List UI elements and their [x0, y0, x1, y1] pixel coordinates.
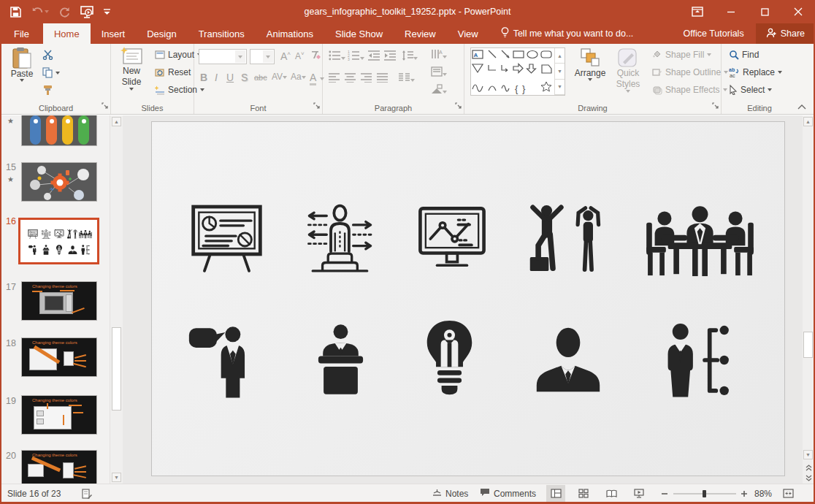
tab-insert[interactable]: Insert	[91, 23, 137, 44]
find-button[interactable]: Find	[729, 50, 759, 60]
tab-view[interactable]: View	[447, 23, 489, 44]
arrange-button[interactable]: Arrange	[573, 47, 608, 81]
scroll-up-icon[interactable]: ▲	[803, 117, 813, 126]
drawing-dialog-launcher-icon[interactable]	[712, 101, 719, 111]
presentation-board-icon[interactable]	[188, 202, 265, 275]
tab-review[interactable]: Review	[394, 23, 447, 44]
tab-slide-show[interactable]: Slide Show	[324, 23, 394, 44]
tell-me-box[interactable]: Tell me what you want to do...	[501, 23, 634, 44]
minimize-button[interactable]	[714, 0, 748, 23]
animation-star-icon[interactable]: ★	[7, 117, 14, 125]
bullets-button[interactable]	[329, 50, 345, 63]
current-slide[interactable]	[151, 121, 785, 476]
line-spacing-button[interactable]	[402, 50, 418, 63]
zoom-out-button[interactable]	[661, 484, 668, 503]
animation-star-icon[interactable]: ★	[7, 175, 14, 183]
person-speech-bubble-icon[interactable]	[187, 322, 260, 400]
character-spacing-button[interactable]: AV	[272, 72, 287, 82]
start-from-beginning-icon[interactable]	[80, 6, 93, 18]
thumbnail-scroll-up-icon[interactable]: ▲	[112, 117, 121, 126]
justify-button[interactable]	[377, 73, 388, 85]
slide-sorter-view-button[interactable]	[574, 485, 593, 502]
shapes-scroll-up-icon[interactable]: ▲	[555, 48, 565, 64]
reading-view-button[interactable]	[602, 485, 621, 502]
previous-slide-icon[interactable]	[803, 463, 814, 472]
spell-check-icon[interactable]	[82, 484, 93, 503]
businessman-portrait-icon[interactable]	[533, 327, 603, 392]
strikethrough-button[interactable]: abc	[254, 73, 267, 82]
tab-design[interactable]: Design	[136, 23, 187, 44]
replace-button[interactable]: abacReplace	[729, 67, 782, 77]
tab-animations[interactable]: Animations	[256, 23, 324, 44]
align-right-button[interactable]	[361, 73, 372, 85]
thumbnail-slide-18[interactable]: Changing theme colors	[21, 337, 97, 377]
zoom-in-button[interactable]	[741, 484, 748, 503]
quick-styles-button[interactable]: Quick Styles	[611, 47, 646, 93]
comments-button[interactable]: Comments	[480, 484, 536, 503]
thumbnail-slide-19[interactable]: Changing theme colors	[21, 395, 97, 435]
shapes-gallery[interactable]: {} A ▲ ▼ ▼	[470, 47, 565, 96]
paragraph-dialog-launcher-icon[interactable]	[455, 101, 462, 111]
align-text-button[interactable]	[431, 66, 447, 79]
font-name-combobox[interactable]	[199, 49, 247, 64]
monitor-line-chart-icon[interactable]	[415, 203, 489, 276]
font-dialog-launcher-icon[interactable]	[313, 101, 320, 111]
copy-button[interactable]	[42, 67, 60, 78]
slide-indicator[interactable]: Slide 16 of 23	[7, 484, 61, 503]
normal-view-button[interactable]	[546, 485, 565, 502]
share-button[interactable]: Share	[756, 23, 815, 44]
clear-formatting-button[interactable]	[310, 50, 321, 63]
align-center-button[interactable]	[345, 73, 356, 85]
delegation-person-arrows-icon[interactable]	[300, 204, 378, 274]
columns-button[interactable]	[399, 73, 415, 85]
redo-icon[interactable]	[59, 7, 70, 18]
tab-transitions[interactable]: Transitions	[188, 23, 256, 44]
increase-indent-button[interactable]	[384, 50, 396, 63]
save-icon[interactable]	[10, 7, 21, 18]
shape-outline-button[interactable]: Shape Outline	[651, 67, 728, 77]
shapes-more-icon[interactable]: ▼	[555, 80, 565, 95]
convert-to-smartart-button[interactable]	[431, 84, 447, 96]
paste-dropdown-icon[interactable]	[20, 79, 24, 82]
thumbnail-scroll-down-icon[interactable]: ▼	[112, 473, 121, 482]
thumbnail-scrollbar[interactable]: ▲ ▼	[110, 115, 123, 484]
cut-button[interactable]	[42, 50, 53, 60]
office-tutorials-link[interactable]: Office Tutorials	[672, 28, 756, 39]
shape-effects-button[interactable]: Shape Effects	[651, 85, 727, 95]
thumbnail-slide-14[interactable]	[21, 115, 97, 146]
new-slide-dropdown-icon[interactable]	[129, 88, 134, 91]
numbering-button[interactable]: 123	[348, 50, 364, 63]
text-shadow-button[interactable]: S	[241, 72, 248, 83]
quick-styles-dropdown-icon[interactable]	[626, 90, 630, 93]
scroll-down-icon[interactable]: ▼	[803, 450, 813, 459]
text-direction-button[interactable]: A	[431, 49, 447, 61]
tab-home[interactable]: Home	[43, 23, 91, 44]
thumbnail-slide-16-selected[interactable]	[18, 218, 99, 264]
zoom-slider[interactable]	[673, 484, 736, 503]
grow-font-button[interactable]: A˄	[280, 50, 291, 62]
notes-button[interactable]: Notes	[432, 484, 468, 503]
italic-button[interactable]: I	[215, 72, 218, 83]
thumbnail-slide-15[interactable]	[21, 162, 97, 202]
shapes-scroll-down-icon[interactable]: ▼	[555, 64, 565, 79]
maximize-restore-button[interactable]	[748, 0, 781, 23]
close-button[interactable]	[781, 0, 815, 23]
ribbon-display-options-icon[interactable]	[681, 0, 714, 23]
person-org-list-icon[interactable]	[662, 321, 735, 400]
clipboard-dialog-launcher-icon[interactable]	[102, 101, 108, 111]
fit-slide-to-window-icon[interactable]	[783, 484, 794, 503]
scrollbar-thumb[interactable]	[803, 332, 813, 358]
arrange-dropdown-icon[interactable]	[588, 78, 592, 81]
shapes-gallery-scrollbar[interactable]: ▲ ▼ ▼	[554, 48, 565, 95]
reset-button[interactable]: Reset	[155, 67, 191, 77]
font-size-combobox[interactable]	[250, 49, 275, 64]
business-meeting-icon[interactable]	[643, 204, 757, 277]
shape-fill-button[interactable]: Shape Fill	[651, 50, 711, 60]
thumbnail-slide-17[interactable]: Changing theme colors	[21, 281, 97, 321]
decrease-indent-button[interactable]	[368, 50, 380, 63]
customize-qat-icon[interactable]	[104, 9, 110, 15]
select-button[interactable]: Select	[729, 85, 772, 95]
change-case-button[interactable]: Aa	[291, 72, 306, 82]
align-left-button[interactable]	[329, 73, 340, 85]
undo-icon[interactable]	[31, 7, 49, 17]
